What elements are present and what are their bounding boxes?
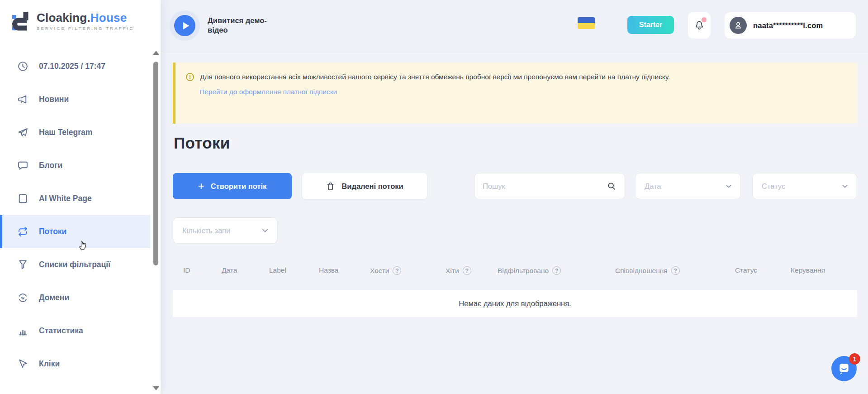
demo-video-label[interactable]: Дивитися демо-відео	[208, 16, 271, 35]
play-icon	[183, 22, 189, 29]
chevron-down-icon	[840, 182, 849, 191]
sidebar-item-label: Блоги	[39, 161, 62, 170]
chat-widget-button[interactable]: 1	[831, 356, 857, 381]
date-filter-select[interactable]: Дата	[635, 173, 741, 199]
page-icon	[17, 193, 28, 204]
sidebar-item-label: Списки фільтрації	[39, 260, 110, 269]
search-input[interactable]	[483, 182, 607, 191]
column-header-label: Дата	[222, 266, 237, 274]
user-account-button[interactable]: naata**********l.com	[725, 12, 856, 38]
chat-icon	[17, 160, 28, 171]
date-filter-label: Дата	[645, 182, 661, 191]
brand-logo[interactable]: Cloaking.House SERVICE FILTERING TRAFFIC	[11, 10, 134, 33]
column-header-4: Назва	[319, 266, 338, 274]
help-icon[interactable]: ?	[552, 266, 561, 275]
search-box	[474, 173, 625, 199]
www-icon: w	[17, 292, 28, 303]
column-header-7: Відфільтровано?	[498, 266, 561, 275]
plan-badge[interactable]: Starter	[627, 16, 674, 34]
chat-unread-badge: 1	[849, 353, 860, 365]
sidebar-item-blogs[interactable]: Блоги	[0, 149, 150, 182]
brand-logo-icon	[11, 10, 31, 33]
column-header-10: Керування	[791, 266, 825, 274]
notification-dot	[702, 17, 707, 22]
sidebar-item-flows[interactable]: Потоки	[0, 215, 150, 248]
cursor-icon	[17, 358, 28, 370]
column-header-label: Label	[269, 266, 286, 274]
person-icon	[733, 20, 744, 31]
search-icon[interactable]	[607, 181, 617, 191]
sidebar-item-telegram[interactable]: Наш Telegram	[0, 116, 150, 149]
page-title: Потоки	[174, 134, 230, 152]
column-header-3: Label	[269, 266, 286, 274]
create-flow-label: Створити потік	[211, 182, 267, 191]
deleted-flows-label: Видалені потоки	[342, 182, 403, 191]
sidebar-item-domains[interactable]: wДомени	[0, 281, 150, 314]
status-filter-label: Статус	[762, 182, 785, 191]
warning-icon	[185, 72, 194, 82]
chevron-down-icon	[724, 182, 733, 191]
upgrade-subscription-link[interactable]: Перейти до оформлення платної підписки	[199, 88, 337, 96]
bar-chart-icon	[17, 325, 28, 336]
chat-bubble-icon	[837, 362, 851, 375]
flag-yellow-half	[578, 23, 595, 29]
sidebar: Cloaking.House SERVICE FILTERING TRAFFIC…	[0, 0, 161, 394]
svg-text:w: w	[21, 296, 24, 300]
help-icon[interactable]: ?	[671, 266, 680, 275]
table-empty-row: Немає даних для відображення.	[173, 290, 857, 317]
column-header-label: Назва	[319, 266, 338, 274]
column-header-label: Хости	[370, 267, 389, 275]
flag-blue-half	[578, 17, 595, 23]
column-header-5: Хости?	[370, 266, 401, 275]
scrollbar-down-arrow[interactable]	[153, 386, 159, 390]
create-flow-button[interactable]: + Створити потік	[173, 173, 292, 199]
sidebar-item-label: Кліки	[39, 359, 60, 369]
sidebar-item-label: Статистика	[39, 326, 83, 336]
sidebar-scrollbar[interactable]	[152, 51, 160, 394]
column-header-label: Керування	[791, 266, 825, 274]
brand-name: Cloaking.House	[37, 12, 134, 24]
scrollbar-thumb[interactable]	[153, 62, 158, 265]
column-header-label: Статус	[735, 266, 757, 274]
status-filter-select[interactable]: Статус	[752, 173, 857, 199]
user-avatar	[730, 17, 747, 34]
brand-tagline: SERVICE FILTERING TRAFFIC	[37, 26, 134, 31]
telegram-icon	[17, 127, 28, 138]
per-page-label: Кількість запи	[182, 226, 230, 235]
column-header-2: Дата	[222, 266, 237, 274]
sidebar-item-news[interactable]: Новини	[0, 83, 150, 116]
sidebar-item-label: 07.10.2025 / 17:47	[39, 62, 105, 71]
column-header-label: ID	[183, 266, 190, 274]
language-flag-ukraine[interactable]	[578, 17, 595, 29]
column-header-label: Співвідношення	[615, 267, 668, 275]
sidebar-nav: 07.10.2025 / 17:47НовиниНаш TelegramБлог…	[0, 50, 150, 380]
play-demo-button[interactable]	[174, 15, 195, 36]
megaphone-icon	[17, 94, 28, 105]
help-icon[interactable]: ?	[463, 266, 471, 275]
brand-text: Cloaking.House SERVICE FILTERING TRAFFIC	[37, 12, 134, 31]
flows-table-header: IDДатаLabelНазваХости?Хіти?Відфільтрован…	[173, 262, 857, 282]
sidebar-item-clicks[interactable]: Кліки	[0, 347, 150, 380]
scrollbar-up-arrow[interactable]	[153, 51, 159, 55]
help-icon[interactable]: ?	[393, 266, 401, 275]
sidebar-item-label: Новини	[39, 95, 69, 104]
column-header-6: Хіти?	[446, 266, 471, 275]
sidebar-item-statistics[interactable]: Статистика	[0, 314, 150, 347]
per-page-select[interactable]: Кількість запи	[173, 217, 277, 244]
column-header-label: Відфільтровано	[498, 267, 549, 275]
funnel-icon	[17, 259, 28, 270]
clock-icon	[17, 61, 28, 72]
sidebar-item-datetime: 07.10.2025 / 17:47	[0, 50, 150, 83]
column-header-9: Статус	[735, 266, 757, 274]
deleted-flows-button[interactable]: Видалені потоки	[302, 173, 427, 199]
trial-warning-banner: Для повного використання всіх можливосте…	[173, 62, 857, 124]
trash-icon	[326, 182, 335, 191]
sidebar-item-label: Наш Telegram	[39, 128, 92, 137]
sidebar-item-ai-white-page[interactable]: AI White Page	[0, 182, 150, 215]
notifications-button[interactable]	[688, 12, 711, 38]
column-header-8: Співвідношення?	[615, 266, 680, 275]
column-header-label: Хіти	[446, 267, 459, 275]
empty-state-text: Немає даних для відображення.	[459, 299, 571, 308]
sidebar-item-filter-lists[interactable]: Списки фільтрації	[0, 248, 150, 281]
sidebar-item-label: Потоки	[39, 227, 66, 236]
